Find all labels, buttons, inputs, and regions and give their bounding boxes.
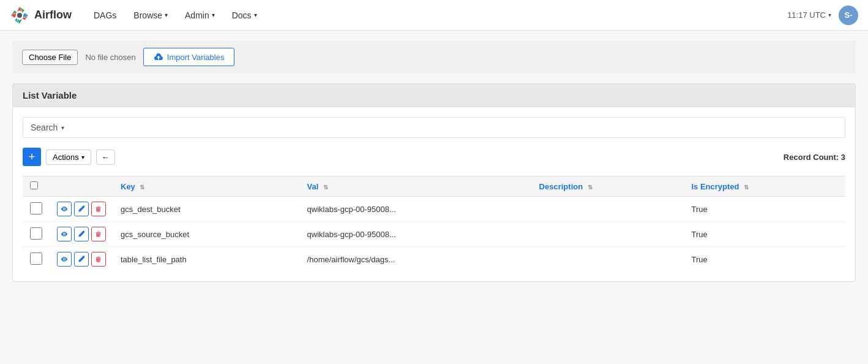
nav-admin[interactable]: Admin ▾ [178, 7, 222, 24]
th-checkbox [23, 176, 50, 197]
upload-cloud-icon [154, 52, 163, 62]
data-table: Key ⇅ Val ⇅ Description ⇅ Is Encrypted [23, 176, 845, 271]
key-sort-icon: ⇅ [140, 184, 144, 191]
record-count: Record Count: 3 [784, 153, 845, 162]
actions-button[interactable]: Actions ▾ [46, 150, 91, 165]
row-is-encrypted: True [684, 222, 846, 247]
user-avatar[interactable]: S- [839, 6, 858, 25]
file-upload-area: Choose File No file chosen Import Variab… [12, 40, 856, 74]
row-val: qwiklabs-gcp-00-95008... [300, 197, 532, 222]
row-edit-button[interactable] [74, 252, 89, 267]
th-key[interactable]: Key ⇅ [113, 176, 300, 197]
th-description[interactable]: Description ⇅ [532, 176, 684, 197]
row-actions-cell [50, 197, 113, 222]
row-checkbox-cell [23, 197, 50, 222]
nav-docs[interactable]: Docs ▾ [225, 7, 264, 24]
row-key: gcs_dest_bucket [113, 197, 300, 222]
row-actions-cell [50, 247, 113, 272]
th-val[interactable]: Val ⇅ [300, 176, 532, 197]
airflow-logo-icon [10, 6, 29, 25]
row-description [532, 197, 684, 222]
navbar: Airflow DAGs Browse ▾ Admin ▾ Docs ▾ 11:… [0, 0, 868, 31]
admin-caret-icon: ▾ [212, 12, 215, 18]
time-caret-icon: ▾ [828, 12, 831, 18]
add-button[interactable]: + [23, 148, 41, 166]
row-is-encrypted: True [684, 247, 846, 272]
toolbar: + Actions ▾ ← Record Count: 3 [23, 148, 845, 166]
row-checkbox[interactable] [30, 227, 42, 240]
row-val: qwiklabs-gcp-00-95008... [300, 222, 532, 247]
row-checkbox-cell [23, 222, 50, 247]
table-header-row: Key ⇅ Val ⇅ Description ⇅ Is Encrypted [23, 176, 845, 197]
th-actions [50, 176, 113, 197]
row-view-button[interactable] [57, 252, 72, 267]
svg-point-9 [64, 208, 65, 210]
browse-caret-icon: ▾ [165, 12, 168, 18]
row-is-encrypted: True [684, 197, 846, 222]
main-content: Choose File No file chosen Import Variab… [0, 31, 868, 292]
brand-link[interactable]: Airflow [10, 6, 72, 25]
row-val: /home/airflow/gcs/dags... [300, 247, 532, 272]
search-label: Search [31, 123, 58, 132]
row-view-button[interactable] [57, 202, 72, 216]
row-edit-button[interactable] [74, 227, 89, 241]
row-description [532, 222, 684, 247]
search-caret-icon: ▾ [61, 124, 64, 131]
section-title: List Variable [13, 84, 855, 107]
actions-caret-icon: ▾ [81, 154, 84, 161]
row-description [532, 247, 684, 272]
row-view-button[interactable] [57, 227, 72, 241]
import-variables-button[interactable]: Import Variables [143, 48, 235, 66]
nav-items: DAGs Browse ▾ Admin ▾ Docs ▾ [86, 7, 787, 24]
section-body: Search ▾ + Actions ▾ ← Record Count: 3 [13, 107, 855, 281]
time-text: 11:17 UTC [787, 10, 826, 20]
svg-point-8 [17, 13, 22, 18]
back-button[interactable]: ← [96, 150, 115, 165]
row-key: gcs_source_bucket [113, 222, 300, 247]
row-key: table_list_file_path [113, 247, 300, 272]
select-all-checkbox[interactable] [30, 181, 38, 189]
table-body: gcs_dest_bucket qwiklabs-gcp-00-95008...… [23, 197, 845, 272]
nav-right: 11:17 UTC ▾ S- [787, 6, 858, 25]
row-edit-button[interactable] [74, 202, 89, 216]
table-row: gcs_dest_bucket qwiklabs-gcp-00-95008...… [23, 197, 845, 222]
list-variable-section: List Variable Search ▾ + Actions ▾ ← Rec… [12, 83, 856, 282]
encrypted-sort-icon: ⇅ [744, 184, 749, 191]
svg-point-10 [64, 233, 65, 235]
row-actions-cell [50, 222, 113, 247]
time-display[interactable]: 11:17 UTC ▾ [787, 10, 831, 20]
nav-dags[interactable]: DAGs [86, 7, 124, 24]
brand-name: Airflow [34, 9, 72, 21]
row-checkbox[interactable] [30, 202, 42, 214]
description-sort-icon: ⇅ [588, 184, 593, 191]
table-row: table_list_file_path /home/airflow/gcs/d… [23, 247, 845, 272]
th-is-encrypted[interactable]: Is Encrypted ⇅ [684, 176, 846, 197]
row-delete-button[interactable] [91, 227, 106, 241]
choose-file-button[interactable]: Choose File [22, 50, 78, 65]
svg-point-11 [64, 259, 65, 260]
search-bar[interactable]: Search ▾ [23, 117, 845, 138]
row-checkbox-cell [23, 247, 50, 272]
row-delete-button[interactable] [91, 252, 106, 267]
row-checkbox[interactable] [30, 252, 42, 265]
import-label: Import Variables [167, 53, 225, 62]
row-delete-button[interactable] [91, 202, 106, 216]
nav-browse[interactable]: Browse ▾ [126, 7, 175, 24]
table-row: gcs_source_bucket qwiklabs-gcp-00-95008.… [23, 222, 845, 247]
docs-caret-icon: ▾ [254, 12, 257, 18]
no-file-label: No file chosen [85, 53, 135, 62]
val-sort-icon: ⇅ [323, 184, 328, 191]
